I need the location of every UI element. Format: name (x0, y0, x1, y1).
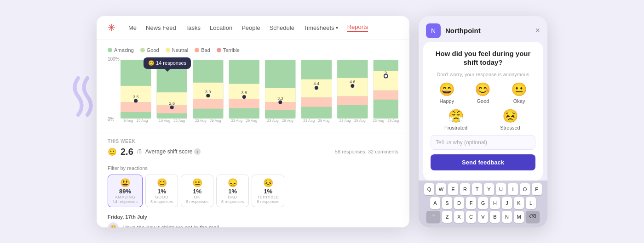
app-logo[interactable]: ✳ (108, 22, 115, 33)
legend-dot-good (140, 48, 145, 52)
legend-neutral: Neutral (166, 47, 188, 53)
emoji-option-frustrated[interactable]: 😤 Frustrated (431, 108, 481, 130)
nav-reports[interactable]: Reports (347, 23, 368, 32)
chart-inner: 😊 14 responses (121, 57, 398, 122)
svg-text:23 Aug - 29 Aug: 23 Aug - 29 Aug (195, 119, 221, 123)
send-feedback-button[interactable]: Send feedback (431, 154, 535, 170)
score-left: 😐 2.6/5 Average shift score i (108, 147, 201, 157)
tell-us-input[interactable]: Tell us why (optional) (431, 135, 535, 150)
svg-rect-21 (301, 97, 332, 107)
key-j[interactable]: J (502, 197, 512, 209)
mobile-panel: N Northpoint × How did you feel during y… (419, 16, 547, 227)
svg-point-27 (242, 95, 246, 99)
svg-text:9 Aug - 15 Aug: 9 Aug - 15 Aug (124, 119, 148, 123)
mobile-question: How did you feel during your shift today… (431, 49, 535, 67)
reaction-amazing-emoji: 😃 (120, 178, 130, 188)
reaction-ok-label: OK (194, 195, 201, 199)
legend-dot-neutral (166, 48, 170, 52)
key-u[interactable]: U (496, 183, 506, 195)
svg-point-30 (351, 84, 354, 87)
svg-rect-16 (121, 102, 151, 112)
svg-text:23 Aug - 29 Aug: 23 Aug - 29 Aug (339, 119, 366, 123)
key-shift[interactable]: ⇧ (426, 211, 440, 223)
emoji-frustrated: 😤 (448, 108, 464, 124)
keyboard-row-1: Q W E R T Y U I O P (420, 183, 546, 195)
score-row: 😐 2.6/5 Average shift score i 58 respons… (108, 147, 398, 157)
keyboard: Q W E R T Y U I O P A S D F G H J K L (419, 181, 547, 227)
key-f[interactable]: F (466, 197, 476, 209)
legend-amazing: Amazing (108, 47, 134, 53)
key-h[interactable]: H (490, 197, 500, 209)
emoji-good-label: Good (477, 98, 489, 104)
svg-rect-18 (193, 99, 223, 108)
emoji-good: 😊 (475, 82, 491, 97)
nav-me[interactable]: Me (128, 24, 137, 31)
emoji-okay: 😐 (511, 82, 527, 97)
key-z[interactable]: Z (442, 211, 452, 223)
nav-timesheets[interactable]: Timesheets (304, 24, 338, 31)
svg-text:3.8: 3.8 (242, 90, 247, 95)
emoji-option-happy[interactable]: 😄 Happy (431, 82, 463, 104)
key-t[interactable]: T (472, 183, 482, 195)
key-i[interactable]: I (508, 183, 518, 195)
svg-point-26 (206, 94, 210, 97)
comment-text: I love the new t-shirts we got in the ma… (122, 225, 219, 227)
chart-area: Amazing Good Neutral Bad Terrible (97, 40, 409, 134)
key-p[interactable]: P (532, 183, 542, 195)
svg-rect-19 (229, 99, 259, 108)
reaction-amazing-pct: 89% (119, 188, 131, 195)
reaction-terrible-responses: 6 responses (257, 199, 279, 204)
nav-tasks[interactable]: Tasks (185, 24, 201, 31)
nav-schedule[interactable]: Schedule (270, 24, 294, 31)
comment-section: Friday, 17th July 😊 I love the new t-shi… (97, 211, 409, 227)
key-n[interactable]: N (502, 211, 512, 223)
key-c[interactable]: C (466, 211, 476, 223)
close-button[interactable]: × (535, 26, 540, 35)
svg-text:23 Aug - 29 Aug: 23 Aug - 29 Aug (373, 119, 399, 123)
nav-people[interactable]: People (242, 24, 260, 31)
key-d[interactable]: D (454, 197, 464, 209)
legend-bad: Bad (195, 47, 210, 53)
key-g[interactable]: G (478, 197, 488, 209)
key-l[interactable]: L (526, 197, 536, 209)
key-r[interactable]: R (460, 183, 470, 195)
key-s[interactable]: S (442, 197, 452, 209)
keyboard-row-2: A S D F G H J K L (420, 197, 546, 209)
emoji-option-okay[interactable]: 😐 Okay (503, 82, 535, 104)
emoji-option-good[interactable]: 😊 Good (467, 82, 500, 104)
this-week-section: THIS WEEK 😐 2.6/5 Average shift score i … (97, 134, 409, 162)
reactions-row: 😃 89% AMAZING 14 responses 😊 1% GOOD 6 r… (108, 175, 398, 207)
reaction-good-pct: 1% (157, 188, 166, 195)
key-v[interactable]: V (478, 211, 488, 223)
key-o[interactable]: O (520, 183, 530, 195)
reaction-terrible[interactable]: 😣 1% TERRIBLE 6 responses (252, 175, 284, 207)
reaction-ok-emoji: 😐 (192, 178, 202, 188)
key-e[interactable]: E (448, 183, 458, 195)
emoji-stressed-label: Stressed (500, 125, 520, 130)
reaction-ok[interactable]: 😐 1% OK 6 responses (181, 175, 213, 207)
reaction-bad[interactable]: 😞 1% BAD 6 responses (216, 175, 249, 207)
key-backspace[interactable]: ⌫ (526, 211, 540, 223)
key-a[interactable]: A (430, 197, 440, 209)
key-q[interactable]: Q (424, 183, 434, 195)
legend-good: Good (140, 47, 159, 53)
info-icon[interactable]: i (194, 148, 201, 155)
key-b[interactable]: B (490, 211, 500, 223)
reaction-good[interactable]: 😊 1% GOOD 6 responses (145, 175, 178, 207)
reaction-terrible-label: TERRIBLE (257, 195, 279, 199)
key-x[interactable]: X (454, 211, 464, 223)
nav-location[interactable]: Location (210, 24, 232, 31)
legend-dot-terrible (217, 48, 221, 52)
reaction-amazing[interactable]: 😃 89% AMAZING 14 responses (108, 175, 143, 207)
mobile-subtext: Don't worry, your response is anonymous (431, 72, 535, 77)
emoji-grid: 😄 Happy 😊 Good 😐 Okay (431, 82, 535, 104)
key-w[interactable]: W (436, 183, 446, 195)
keyboard-row-3: ⇧ Z X C V B N M ⌫ (420, 211, 546, 223)
reaction-bad-label: BAD (228, 195, 237, 199)
key-k[interactable]: K (514, 197, 524, 209)
nav-newsfeed[interactable]: News Feed (146, 24, 176, 31)
emoji-happy-label: Happy (439, 98, 454, 104)
key-m[interactable]: M (514, 211, 524, 223)
emoji-option-stressed[interactable]: 😣 Stressed (485, 108, 535, 130)
key-y[interactable]: Y (484, 183, 494, 195)
